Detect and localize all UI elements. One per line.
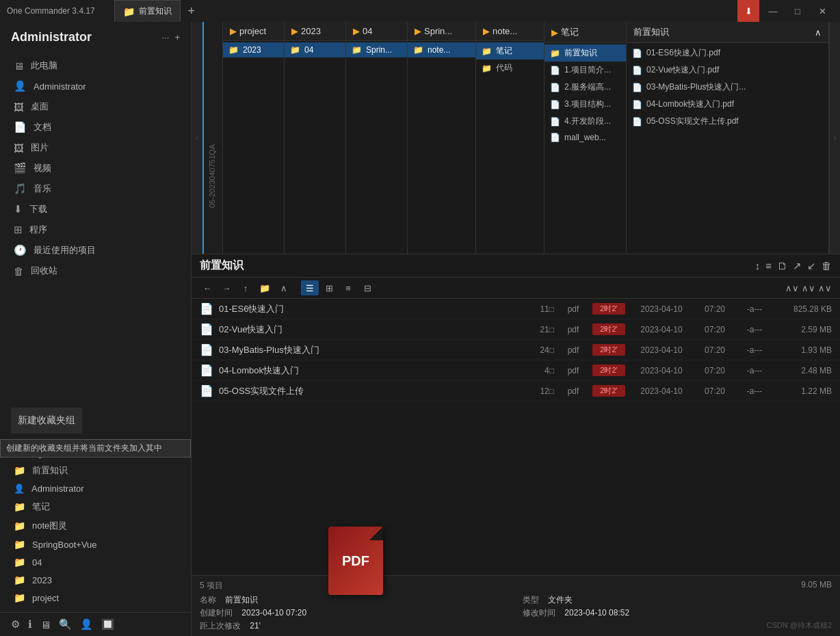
download-button[interactable]: ⬇: [737, 0, 759, 22]
table-row[interactable]: 📄 05-OSS实现文件上传 12□ pdf 2时2' 2023-04-10 0…: [192, 381, 840, 401]
col-item-vue[interactable]: 📄 02-Vue快速入门.pdf: [627, 62, 828, 79]
sidebar-item-programs[interactable]: ⊞ 程序: [0, 220, 191, 240]
pdf-icon: 📄: [200, 343, 213, 356]
col-item-oss[interactable]: 📄 05-OSS实现文件上传.pdf: [627, 113, 828, 130]
col-item-notes[interactable]: 📁 笔记: [476, 42, 544, 59]
col-item-mybatis[interactable]: 📄 03-MyBatis-Plus快速入门...: [627, 79, 828, 96]
nav-forward-button[interactable]: →: [219, 280, 234, 295]
sidebar-dots-icon[interactable]: ···: [162, 32, 170, 42]
table-row[interactable]: 📄 04-Lombok快速入门 4□ pdf 2时2' 2023-04-10 0…: [192, 360, 840, 381]
user-bottom-icon[interactable]: 👤: [80, 618, 93, 631]
history-item-notes[interactable]: 📁 笔记: [0, 497, 191, 516]
nav-back-button[interactable]: ←: [200, 280, 215, 295]
sort-arrow-3[interactable]: ∧∨: [818, 283, 832, 293]
layout-icon[interactable]: 🔲: [101, 618, 114, 631]
name-label: 名称 前置知识: [200, 594, 509, 606]
sidebar-item-videos[interactable]: 🎬 视频: [0, 158, 191, 178]
list-view-icon[interactable]: ≡: [765, 260, 772, 272]
view-tiles-button[interactable]: ⊟: [358, 280, 376, 295]
col-item-4[interactable]: 📄 4.开发阶段...: [544, 113, 626, 130]
history-item-administrator[interactable]: 👤 Administrator: [0, 480, 191, 497]
file-attr: -a---: [737, 325, 772, 334]
tab-bar: 📁 前置知识 +: [114, 0, 732, 22]
nav-folder-button[interactable]: 📁: [257, 280, 272, 295]
history-item-2023[interactable]: 📁 2023: [0, 571, 191, 589]
sidebar-item-admin[interactable]: 👤 Administrator: [0, 76, 191, 96]
col-item-1[interactable]: 📄 1.项目简介...: [544, 62, 626, 79]
minimize-button[interactable]: —: [762, 0, 784, 22]
sidebar-item-docs[interactable]: 📄 文档: [0, 117, 191, 137]
status-bar: 5 项目 9.05 MB 名称 前置知识 类型 文件夹: [192, 575, 840, 636]
status-row-2: 名称 前置知识 类型 文件夹 创建时间 2023-04-10 07:20: [200, 594, 832, 632]
col-item-es6[interactable]: 📄 01-ES6快速入门.pdf: [627, 44, 828, 62]
sidebar-item-trash[interactable]: 🗑 回收站: [0, 261, 191, 281]
file-time: 07:20: [698, 325, 732, 334]
column-spring: ▶ Sprin... 📁 note...: [408, 22, 476, 254]
sort-arrow-2[interactable]: ∧∨: [802, 283, 815, 293]
add-tab-button[interactable]: +: [181, 0, 202, 22]
sidebar-item-computer[interactable]: 🖥 此电脑: [0, 55, 191, 76]
info-icon[interactable]: ℹ: [28, 618, 32, 631]
col-item-2[interactable]: 📄 2.服务端高...: [544, 79, 626, 96]
window-controls: ⬇ — □ ✕: [737, 0, 833, 22]
export-icon[interactable]: ↗: [793, 260, 802, 272]
search-icon[interactable]: 🔍: [59, 618, 72, 631]
close-button[interactable]: ✕: [811, 0, 833, 22]
sidebar-item-pictures[interactable]: 🖼 图片: [0, 137, 191, 158]
table-row[interactable]: 📄 01-ES6快速入门 11□ pdf 2时2' 2023-04-10 07:…: [192, 299, 840, 319]
programs-icon: ⊞: [14, 224, 23, 236]
sidebar-item-desktop[interactable]: 🖼 桌面: [0, 96, 191, 117]
sidebar-item-music[interactable]: 🎵 音乐: [0, 178, 191, 199]
import-icon[interactable]: ↙: [807, 260, 816, 272]
history-item-springboot[interactable]: 📁 SpringBoot+Vue: [0, 535, 191, 553]
col-collapse-icon[interactable]: ∧: [815, 27, 822, 38]
col-item-3[interactable]: 📄 3.项目结构...: [544, 96, 626, 113]
new-collection-button[interactable]: 新建收藏夹组: [11, 408, 82, 434]
col-header-notes: ▶ 笔记: [544, 22, 626, 43]
col-item-spring[interactable]: 📁 Sprin...: [346, 42, 407, 57]
left-expand-handle[interactable]: ‹: [192, 22, 202, 254]
tab-qianzhizhishi[interactable]: 📁 前置知识: [114, 0, 181, 22]
nav-up-button[interactable]: ↑: [238, 280, 253, 295]
history-item-noteling[interactable]: 📁 note图灵: [0, 516, 191, 535]
sidebar: Administrator ··· + 🖥 此电脑 👤 Administrato…: [0, 22, 192, 636]
pictures-icon: 🖼: [14, 142, 24, 154]
table-row[interactable]: 📄 02-Vue快速入门 21□ pdf 2时2' 2023-04-10 07:…: [192, 319, 840, 340]
col-item-note[interactable]: 📁 note...: [408, 42, 475, 57]
maximize-button[interactable]: □: [787, 0, 809, 22]
sidebar-item-label: 文档: [34, 121, 51, 133]
sidebar-add-icon[interactable]: +: [174, 32, 180, 42]
col-item-qianzhizhishi[interactable]: 📁 前置知识: [544, 44, 626, 62]
delete-icon[interactable]: 🗑: [822, 260, 832, 272]
column-note: ▶ note... 📁 笔记 📁 代码: [476, 22, 544, 254]
sidebar-item-recent[interactable]: 🕐 最近使用的项目: [0, 240, 191, 261]
sidebar-item-label: 图片: [31, 142, 49, 154]
view-details-button[interactable]: ≡: [339, 280, 357, 295]
history-item-qianzhizhishi[interactable]: 📁 前置知识: [0, 461, 191, 480]
sort-icon[interactable]: ↕: [755, 260, 761, 272]
folder-icon: 📁: [14, 574, 25, 585]
column-project: ▶ project 📁 2023: [223, 22, 285, 254]
file-icon[interactable]: 🗋: [777, 260, 787, 272]
status-row-1: 5 项目 9.05 MB: [200, 580, 832, 592]
col-header-note: ▶ note...: [476, 22, 544, 41]
table-row[interactable]: 📄 03-MyBatis-Plus快速入门 24□ pdf 2时2' 2023-…: [192, 340, 840, 360]
view-list-button[interactable]: ☰: [301, 280, 319, 295]
history-item-project[interactable]: 📁 project: [0, 589, 191, 607]
sort-arrow-1[interactable]: ∧∨: [785, 283, 799, 293]
file-time: 07:20: [698, 304, 732, 314]
settings-icon[interactable]: ⚙: [11, 618, 20, 631]
col-item-04[interactable]: 📁 04: [285, 42, 345, 57]
col-item-2023[interactable]: 📁 2023: [223, 42, 284, 57]
right-expand-handle[interactable]: ›: [829, 22, 840, 254]
history-item-04[interactable]: 📁 04: [0, 553, 191, 571]
view-grid-button[interactable]: ⊞: [320, 280, 338, 295]
monitor-icon[interactable]: 🖥: [40, 619, 51, 631]
col-item-lombok[interactable]: 📄 04-Lombok快速入门.pdf: [627, 96, 828, 113]
col-item-code[interactable]: 📁 代码: [476, 59, 544, 77]
docs-icon: 📄: [14, 121, 27, 133]
sidebar-item-downloads[interactable]: ⬇ 下载: [0, 199, 191, 220]
file-attr: -a---: [737, 386, 772, 396]
nav-collapse-button[interactable]: ∧: [276, 280, 291, 295]
col-item-mall[interactable]: 📄 mall_web...: [544, 130, 626, 145]
